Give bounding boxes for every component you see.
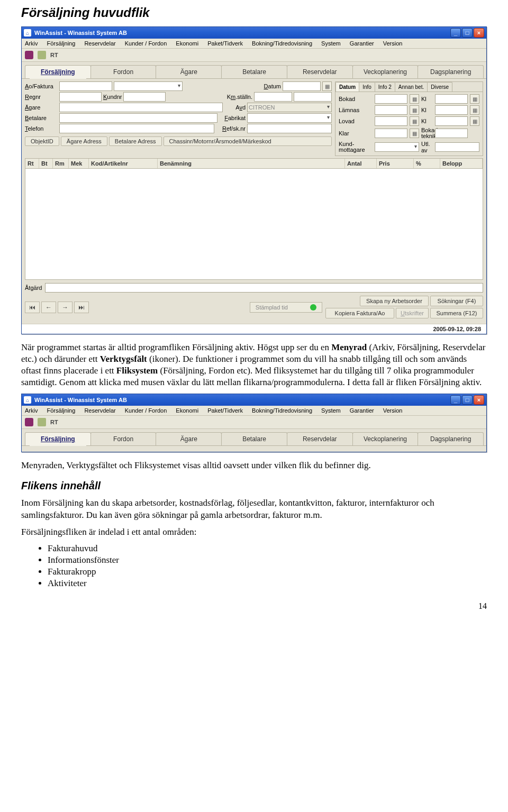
tab2-dagsplanering[interactable]: Dagsplanering [418,432,484,445]
tab2-betalare[interactable]: Betalare [221,432,287,445]
nav-prev[interactable]: ← [41,302,56,313]
close-button[interactable]: × [474,28,484,38]
db-icon[interactable] [25,51,33,59]
minimize-button[interactable]: _ [450,28,461,38]
btn-kopiera[interactable]: Kopiera Faktura/Ao [325,308,394,318]
col-antal[interactable]: Antal [345,159,377,168]
col-belopp[interactable]: Belopp [440,159,483,168]
menu2-ekonomi[interactable]: Ekonomi [176,407,198,414]
tab-betalare[interactable]: Betalare [221,65,287,78]
rtab-diverse[interactable]: Diverse [427,82,452,92]
input-lovad[interactable] [375,116,407,126]
calendar-icon-kl1[interactable]: ▦ [470,94,479,104]
calendar-icon-lamnas[interactable]: ▦ [410,105,419,115]
nav-next[interactable]: → [58,302,72,313]
menu-ekonomi[interactable]: Ekonomi [176,40,198,47]
tab-forsaljning[interactable]: Försäljning [25,65,91,78]
minimize-button-2[interactable]: _ [450,395,461,405]
input-regnr[interactable] [59,92,102,102]
input-lamnas[interactable] [375,105,407,115]
calendar-icon[interactable]: ▦ [322,81,332,91]
col-pct[interactable]: % [414,159,440,168]
col-rt[interactable]: Rt [25,159,39,168]
select-aotype[interactable] [114,81,183,91]
col-pris[interactable]: Pris [377,159,414,168]
btn-summera[interactable]: Summera (F12) [430,308,483,318]
input-bokad-tekniker[interactable] [435,129,468,138]
input-refsknr[interactable] [247,124,332,133]
menu-arkiv[interactable]: Arkiv [25,40,38,47]
input-kmstalln[interactable] [254,92,292,102]
input-aofaktura[interactable] [59,81,112,91]
menu2-kunder[interactable]: Kunder / Fordon [125,407,167,414]
input-bokad[interactable] [375,94,407,104]
calendar-icon-kl3[interactable]: ▦ [470,116,479,126]
rt-button[interactable]: RT [50,52,58,58]
col-rm[interactable]: Rm [53,159,69,168]
btn-skapa[interactable]: Skapa ny Arbetsorder [360,296,429,306]
menu-reservdelar[interactable]: Reservdelar [84,40,115,47]
col-kod[interactable]: Kod/Artikelnr [89,159,158,168]
menu-system[interactable]: System [321,40,341,47]
menu2-forsaljning[interactable]: Försäljning [47,407,76,414]
menu2-bokning[interactable]: Bokning/Tidredovisning [252,407,312,414]
menu-garantier[interactable]: Garantier [350,40,374,47]
rtab-annan[interactable]: Annan bet. [395,82,428,92]
nav-last[interactable]: ⏭ [74,302,89,313]
tab2-agare[interactable]: Ägare [156,432,222,445]
db-icon-2[interactable] [25,418,33,426]
input-kmstalln2[interactable] [294,92,332,102]
menu2-reservdelar[interactable]: Reservdelar [84,407,115,414]
clipboard-icon[interactable] [38,51,46,59]
tab2-reservdelar[interactable]: Reservdelar [287,432,353,445]
select-kundmottagare[interactable] [375,142,419,152]
input-kl2[interactable] [435,105,468,115]
tab2-forsaljning[interactable]: Försäljning [25,432,91,445]
rt-button-2[interactable]: RT [50,419,58,425]
grid-body[interactable] [25,169,483,280]
select-fabrikat[interactable] [247,113,332,123]
rtab-datum[interactable]: Datum [335,82,359,92]
menu-version[interactable]: Version [383,40,403,47]
menu2-system[interactable]: System [321,407,341,414]
clipboard-icon-2[interactable] [38,418,46,426]
maximize-button[interactable]: □ [462,28,473,38]
calendar-icon-bokad[interactable]: ▦ [410,94,419,104]
menu-forsaljning[interactable]: Försäljning [47,40,76,47]
btn-agare-adress[interactable]: Ägare Adress [61,136,107,146]
nav-first[interactable]: ⏮ [25,302,40,313]
input-kl1[interactable] [435,94,468,104]
btn-sokningar[interactable]: Sökningar (F4) [430,296,483,306]
input-datum[interactable] [283,81,321,91]
tab-dagsplanering[interactable]: Dagsplanering [418,65,484,78]
input-telefon[interactable] [59,124,214,133]
menu2-arkiv[interactable]: Arkiv [25,407,38,414]
menu-bokning[interactable]: Bokning/Tidredovisning [252,40,312,47]
calendar-icon-kl2[interactable]: ▦ [470,105,479,115]
btn-utskrifter[interactable]: Utskrifter [396,308,429,318]
maximize-button-2[interactable]: □ [462,395,473,405]
input-utlav[interactable] [435,142,479,152]
calendar-icon-lovad[interactable]: ▦ [410,116,419,126]
input-betalare[interactable] [59,113,217,123]
btn-betalare-adress[interactable]: Betalare Adress [109,136,162,146]
col-bt[interactable]: Bt [39,159,53,168]
calendar-icon-klar[interactable]: ▦ [410,129,419,138]
btn-chassinr[interactable]: Chassinr/Motornr/Årsmodell/Märkeskod [164,136,332,146]
input-klar[interactable] [375,129,407,138]
col-benamning[interactable]: Benämning [158,159,345,168]
tab-agare[interactable]: Ägare [156,65,222,78]
menu-paket[interactable]: Paket/Tidverk [207,40,243,47]
col-mek[interactable]: Mek [69,159,89,168]
tab-veckoplanering[interactable]: Veckoplanering [352,65,419,78]
menu2-garantier[interactable]: Garantier [350,407,374,414]
menu-kunder[interactable]: Kunder / Fordon [125,40,167,47]
tab-reservdelar[interactable]: Reservdelar [287,65,353,78]
tab-fordon[interactable]: Fordon [90,65,157,78]
menu2-paket[interactable]: Paket/Tidverk [207,407,243,414]
btn-objektid[interactable]: ObjektID [25,136,59,146]
tab2-veckoplanering[interactable]: Veckoplanering [352,432,419,445]
close-button-2[interactable]: × [474,395,484,405]
rtab-info2[interactable]: Info 2 [375,82,395,92]
input-agare[interactable] [59,103,223,112]
